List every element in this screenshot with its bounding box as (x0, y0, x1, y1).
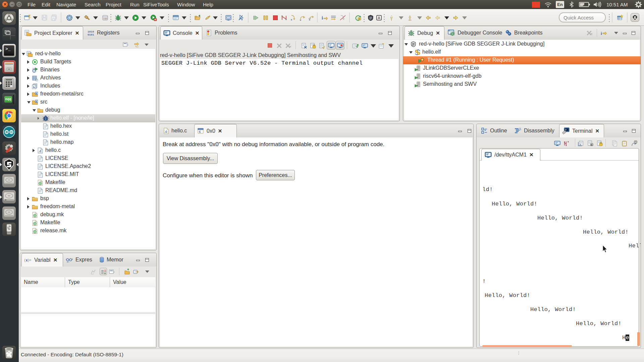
svg-text:xyz: xyz (91, 273, 94, 275)
svg-text:c: c (30, 51, 32, 54)
svg-text:(: ( (24, 258, 25, 262)
svg-text:)=: )= (28, 258, 31, 262)
svg-text:i: i (601, 31, 602, 36)
svg-text:10: 10 (32, 68, 35, 70)
svg-text:c: c (199, 129, 201, 133)
svg-text:0101: 0101 (88, 33, 94, 36)
svg-text:c: c (36, 100, 37, 103)
svg-text:.c: .c (39, 149, 42, 153)
svg-text:⊞: ⊞ (591, 144, 593, 146)
svg-text:h: h (33, 86, 35, 89)
svg-text:1010: 1010 (88, 30, 94, 33)
svg-text:i: i (322, 15, 323, 20)
svg-text:A: A (378, 16, 380, 20)
svg-text:c: c (36, 92, 37, 95)
svg-text:x=: x= (67, 261, 69, 263)
svg-text:.c: .c (165, 129, 168, 133)
svg-text:030: 030 (103, 17, 107, 20)
